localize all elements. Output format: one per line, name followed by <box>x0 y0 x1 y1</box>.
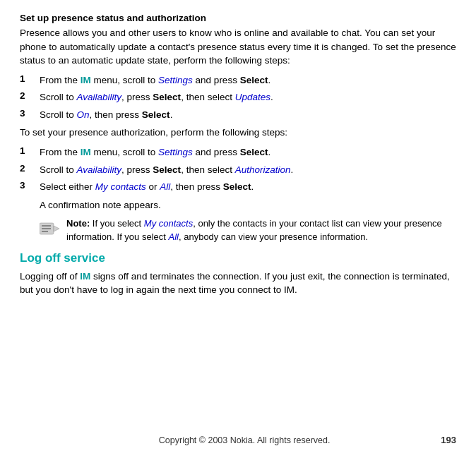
steps-group-1: 1 From the IM menu, scroll to Settings a… <box>20 73 456 122</box>
settings-link: Settings <box>158 75 193 85</box>
im-keyword: IM <box>80 271 90 282</box>
list-item: 1 From the IM menu, scroll to Settings a… <box>20 145 456 159</box>
step-text: Scroll to Availability, press Select, th… <box>40 90 273 104</box>
step-text: From the IM menu, scroll to Settings and… <box>40 73 270 88</box>
list-item: 3 Scroll to On, then press Select. <box>20 108 456 122</box>
select-bold: Select <box>153 164 181 175</box>
all-note-link: All <box>169 231 179 242</box>
section-title: Set up presence status and authorization <box>20 13 456 23</box>
list-item: 3 Select either My contacts or All, then… <box>20 180 456 194</box>
availability-link: Availability <box>77 92 122 102</box>
availability-link: Availability <box>77 164 122 175</box>
footer-page-number: 193 <box>441 435 456 445</box>
select-bold: Select <box>153 92 181 102</box>
note-label: Note: <box>66 218 90 229</box>
my-contacts-note-link: My contacts <box>144 218 193 229</box>
footer-copyright: Copyright © 2003 Nokia. All rights reser… <box>48 435 441 445</box>
step-number: 1 <box>20 73 40 84</box>
note-box: Note: If you select My contacts, only th… <box>40 217 456 244</box>
intro-paragraph: Presence allows you and other users to k… <box>20 26 456 68</box>
step-number: 2 <box>20 90 40 101</box>
section2-intro: To set your presence authorization, perf… <box>20 126 456 140</box>
im-keyword: IM <box>81 147 91 157</box>
step-text: Scroll to Availability, press Select, th… <box>40 163 293 177</box>
updates-link: Updates <box>235 92 270 102</box>
step-number: 3 <box>20 108 40 119</box>
log-off-paragraph: Logging off of IM signs off and terminat… <box>20 270 456 297</box>
select-bold: Select <box>240 147 268 157</box>
confirmation-note: A confirmation note appears. <box>40 198 456 212</box>
list-item: 2 Scroll to Availability, press Select, … <box>20 90 456 104</box>
settings-link: Settings <box>158 147 193 157</box>
on-link: On <box>77 109 90 120</box>
step-text: From the IM menu, scroll to Settings and… <box>40 145 270 159</box>
steps-group-2: 1 From the IM menu, scroll to Settings a… <box>20 145 456 194</box>
step-number: 3 <box>20 180 40 191</box>
note-text: Note: If you select My contacts, only th… <box>66 217 456 244</box>
step-text: Scroll to On, then press Select. <box>40 108 172 122</box>
page: Set up presence status and authorization… <box>0 0 476 458</box>
im-keyword: IM <box>81 75 91 85</box>
select-bold: Select <box>142 109 170 120</box>
content-area: Set up presence status and authorization… <box>20 13 456 428</box>
list-item: 2 Scroll to Availability, press Select, … <box>20 163 456 177</box>
select-bold: Select <box>223 181 251 192</box>
step-number: 2 <box>20 163 40 174</box>
authorization-link: Authorization <box>235 164 291 175</box>
my-contacts-link: My contacts <box>95 181 146 192</box>
note-icon <box>40 219 59 239</box>
step-number: 1 <box>20 145 40 156</box>
log-off-heading: Log off service <box>20 251 456 265</box>
all-link: All <box>160 181 170 192</box>
list-item: 1 From the IM menu, scroll to Settings a… <box>20 73 456 88</box>
step-text: Select either My contacts or All, then p… <box>40 180 254 194</box>
select-bold: Select <box>240 75 268 85</box>
svg-marker-1 <box>54 226 59 231</box>
footer: Copyright © 2003 Nokia. All rights reser… <box>20 428 456 445</box>
